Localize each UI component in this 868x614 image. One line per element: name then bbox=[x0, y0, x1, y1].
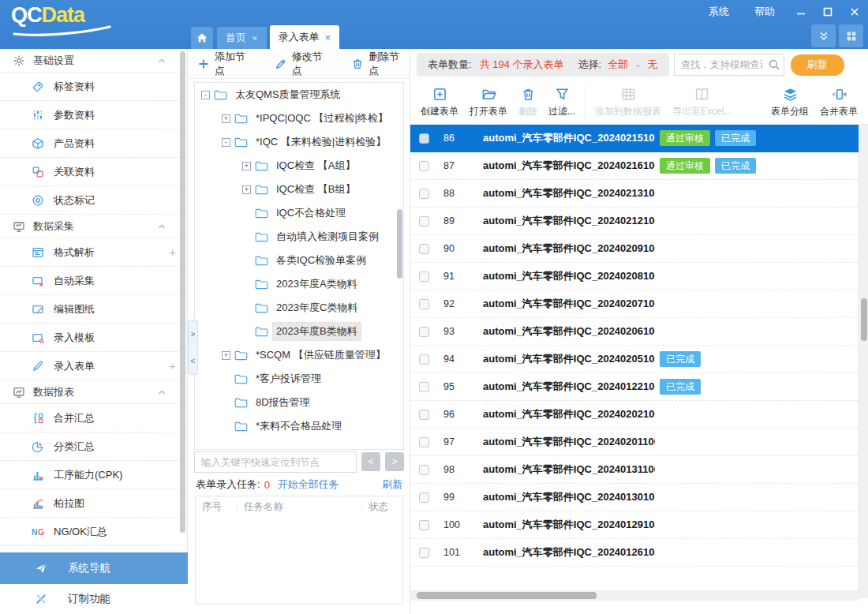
add-to-report-button[interactable]: 添加到数据报表 bbox=[589, 87, 667, 118]
tab-entry-forms-close-icon[interactable]: × bbox=[325, 32, 331, 43]
close-button[interactable] bbox=[841, 4, 868, 20]
tree-node[interactable]: +IQC检查 【A组】 bbox=[195, 154, 403, 178]
table-row[interactable]: 86automi_汽车零部件IQC_20240215100108通过审核已完成 bbox=[410, 125, 859, 152]
expander-icon[interactable]: + bbox=[242, 185, 251, 194]
sidebar-item-格式解析[interactable]: 格式解析+ bbox=[0, 238, 187, 267]
tree-node[interactable]: -太友QMS质量管理系统 bbox=[195, 83, 403, 107]
horizontal-scrollbar[interactable] bbox=[410, 590, 859, 601]
table-row[interactable]: 101automi_汽车零部件IQC_20240126100238 bbox=[410, 539, 859, 567]
tree-scrollbar[interactable] bbox=[397, 209, 402, 279]
expander-icon[interactable]: + bbox=[222, 114, 230, 123]
table-row[interactable]: 100automi_汽车零部件IQC_20240129100101 bbox=[410, 511, 859, 539]
merge-forms-button[interactable]: 合并表单 bbox=[814, 87, 863, 118]
sidebar-section-数据报表[interactable]: 数据报表 bbox=[0, 380, 187, 404]
row-checkbox[interactable] bbox=[419, 354, 429, 365]
edit-node-button[interactable]: 修改节点 bbox=[275, 50, 333, 78]
sidebar-item-录入模板[interactable]: 录入模板 bbox=[0, 324, 187, 352]
tree-node[interactable]: 2023年度A类物料 bbox=[195, 272, 403, 296]
tab-home[interactable]: 首页 × bbox=[217, 27, 267, 49]
row-checkbox[interactable] bbox=[419, 216, 429, 227]
table-row[interactable]: 93automi_汽车零部件IQC_20240206100104 bbox=[410, 318, 859, 346]
row-checkbox[interactable] bbox=[419, 548, 429, 558]
table-row[interactable]: 87automi_汽车零部件IQC_20240216100111通过审核已完成 bbox=[410, 152, 859, 180]
refresh-button[interactable]: 刷新 bbox=[791, 54, 844, 76]
tree-node[interactable]: 自动填入检测项目案例 bbox=[195, 225, 403, 249]
sidebar-scrollbar[interactable] bbox=[180, 51, 185, 533]
tree-node[interactable]: +IQC检查 【B组】 bbox=[195, 178, 403, 201]
tree-node[interactable]: +*IPQC|OQC 【过程检|终检】 bbox=[195, 107, 403, 130]
sidebar-item-system-navigation[interactable]: 系统导航 bbox=[0, 552, 188, 584]
sidebar-item-录入表单[interactable]: 录入表单+ bbox=[0, 352, 187, 380]
delete-form-button[interactable]: 删除 bbox=[513, 87, 543, 118]
menu-help[interactable]: 帮助 bbox=[742, 3, 788, 21]
minimize-button[interactable] bbox=[788, 4, 814, 20]
row-checkbox[interactable] bbox=[419, 410, 429, 420]
table-row[interactable]: 99automi_汽车零部件IQC_20240130100101 bbox=[410, 484, 859, 511]
tasks-refresh-link[interactable]: 刷新 bbox=[382, 477, 402, 492]
apps-grid-button[interactable] bbox=[839, 24, 863, 47]
select-none-link[interactable]: 无 bbox=[648, 58, 658, 72]
home-tab-button[interactable] bbox=[191, 27, 213, 49]
tree-node[interactable]: -*IQC 【来料检验|进料检验】 bbox=[195, 130, 403, 154]
sidebar-item-柏拉图[interactable]: 柏拉图 bbox=[0, 489, 187, 518]
tree-node[interactable]: 2023年度C类物料 bbox=[195, 296, 403, 320]
table-row[interactable]: 88automi_汽车零部件IQC_20240213100108 bbox=[410, 180, 859, 208]
vertical-scrollbar-thumb[interactable] bbox=[861, 298, 867, 341]
sidebar-item-关联资料[interactable]: 关联资料 bbox=[0, 158, 187, 186]
tree-node[interactable]: 各类IQC检验单案例 bbox=[195, 249, 403, 272]
sidebar-item-NG/OK汇总[interactable]: NGNG/OK汇总 bbox=[0, 518, 187, 546]
row-checkbox[interactable] bbox=[419, 299, 429, 309]
row-checkbox[interactable] bbox=[419, 133, 429, 144]
sidebar-item-工序能力(CPK)[interactable]: 工序能力(CPK) bbox=[0, 461, 187, 489]
create-form-button[interactable]: 创建表单 bbox=[415, 87, 464, 118]
tree-node[interactable]: *来料不合格品处理 bbox=[195, 414, 403, 438]
collapse-all-button[interactable] bbox=[811, 24, 836, 47]
open-form-button[interactable]: 打开表单 bbox=[464, 87, 513, 118]
tree-node[interactable]: IQC不合格处理 bbox=[195, 201, 403, 225]
form-group-button[interactable]: 表单分组 bbox=[765, 87, 814, 118]
tree-search-input[interactable] bbox=[194, 451, 357, 473]
table-row[interactable]: 92automi_汽车零部件IQC_20240207100104 bbox=[410, 290, 859, 318]
sidebar-item-状态标记[interactable]: 状态标记 bbox=[0, 186, 187, 215]
sidebar-item-分类汇总[interactable]: 分类汇总 bbox=[0, 432, 187, 461]
table-row[interactable]: 89automi_汽车零部件IQC_20240212100108 bbox=[410, 208, 859, 235]
row-checkbox[interactable] bbox=[419, 520, 429, 530]
row-checkbox[interactable] bbox=[419, 327, 429, 337]
expander-icon[interactable]: + bbox=[242, 162, 251, 170]
search-icon[interactable] bbox=[768, 58, 780, 71]
sidebar-item-编辑图纸[interactable]: 编辑图纸 bbox=[0, 295, 187, 324]
row-checkbox[interactable] bbox=[419, 271, 429, 282]
export-excel-button[interactable]: 导出至Excel... bbox=[667, 87, 737, 118]
delete-node-button[interactable]: 删除节点 bbox=[351, 50, 410, 78]
row-checkbox[interactable] bbox=[419, 492, 429, 503]
add-node-button[interactable]: 添加节点 bbox=[197, 50, 256, 78]
sidebar-item-参数资料[interactable]: 参数资料 bbox=[0, 101, 187, 129]
panel-splitter[interactable]: >< bbox=[188, 320, 198, 375]
tree-node[interactable]: +*SCQM 【供应链质量管理】 bbox=[195, 343, 403, 367]
select-all-link[interactable]: 全部 bbox=[608, 58, 628, 72]
expander-icon[interactable]: - bbox=[201, 91, 210, 99]
sidebar-section-数据采集[interactable]: 数据采集 bbox=[0, 215, 187, 238]
row-checkbox[interactable] bbox=[419, 161, 429, 171]
table-row[interactable]: 98automi_汽车零部件IQC_20240131100101 bbox=[410, 456, 859, 484]
table-row[interactable]: 95automi_汽车零部件IQC_20240122100234已完成 bbox=[410, 373, 859, 401]
row-checkbox[interactable] bbox=[419, 465, 429, 475]
maximize-button[interactable] bbox=[814, 4, 841, 20]
table-row[interactable]: 97automi_汽车零部件IQC_20240201100101 bbox=[410, 429, 859, 456]
table-row[interactable]: 96automi_汽车零部件IQC_20240202100104 bbox=[410, 401, 859, 429]
row-checkbox[interactable] bbox=[419, 244, 429, 254]
add-icon[interactable]: + bbox=[169, 359, 176, 373]
sidebar-item-合并汇总[interactable]: 合并汇总 bbox=[0, 404, 187, 432]
filter-button[interactable]: 过滤... bbox=[543, 87, 581, 118]
tree-node[interactable]: 8D报告管理 bbox=[195, 391, 403, 414]
table-row[interactable]: 94automi_汽车零部件IQC_20240205100104已完成 bbox=[410, 346, 859, 373]
start-all-tasks-link[interactable]: 开始全部任务 bbox=[278, 477, 339, 492]
row-checkbox[interactable] bbox=[419, 437, 429, 447]
row-checkbox[interactable] bbox=[419, 189, 429, 199]
tree-node[interactable]: *客户投诉管理 bbox=[195, 367, 403, 391]
find-next-button[interactable]: > bbox=[385, 452, 404, 471]
sidebar-item-产品资料[interactable]: 产品资料 bbox=[0, 129, 187, 158]
tab-entry-forms[interactable]: 录入表单 × bbox=[270, 25, 340, 49]
vertical-scrollbar[interactable] bbox=[859, 125, 868, 598]
tab-home-close-icon[interactable]: × bbox=[252, 32, 258, 44]
